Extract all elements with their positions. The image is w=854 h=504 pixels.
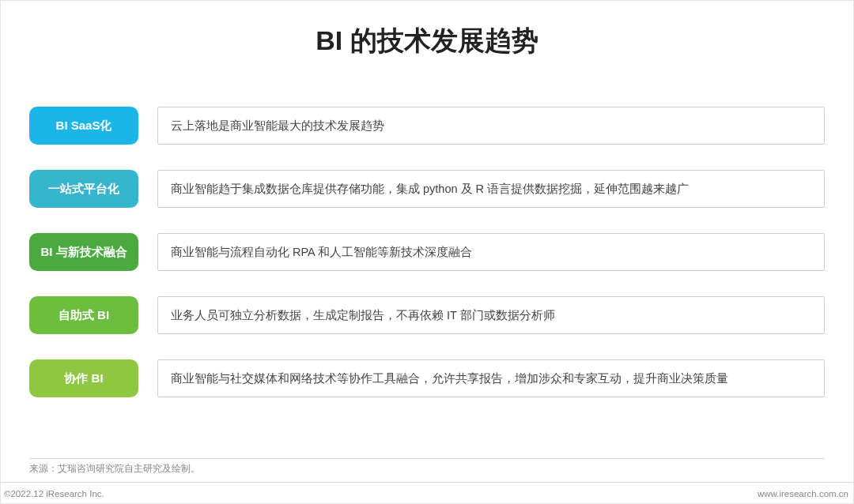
trend-desc: 商业智能与流程自动化 RPA 和人工智能等新技术深度融合 <box>157 233 825 271</box>
copyright-text: ©2022.12 iResearch Inc. <box>4 489 104 498</box>
trend-desc: 商业智能趋于集成数据仓库提供存储功能，集成 python 及 R 语言提供数据挖… <box>157 170 825 208</box>
trend-badge: BI SaaS化 <box>29 107 138 145</box>
trend-badge: 自助式 BI <box>29 296 138 334</box>
trend-desc: 商业智能与社交媒体和网络技术等协作工具融合，允许共享报告，增加涉众和专家互动，提… <box>157 359 825 397</box>
trend-badge: BI 与新技术融合 <box>29 233 138 271</box>
trend-row: 一站式平台化 商业智能趋于集成数据仓库提供存储功能，集成 python 及 R … <box>29 170 825 208</box>
trend-row: BI 与新技术融合 商业智能与流程自动化 RPA 和人工智能等新技术深度融合 <box>29 233 825 271</box>
trend-row: 自助式 BI 业务人员可独立分析数据，生成定制报告，不再依赖 IT 部门或数据分… <box>29 296 825 334</box>
trend-list: BI SaaS化 云上落地是商业智能最大的技术发展趋势 一站式平台化 商业智能趋… <box>29 107 825 397</box>
divider <box>1 482 853 483</box>
divider <box>29 458 825 459</box>
trend-desc: 云上落地是商业智能最大的技术发展趋势 <box>157 107 825 145</box>
site-url: www.iresearch.com.cn <box>758 489 848 498</box>
trend-badge: 协作 BI <box>29 359 138 397</box>
trend-badge: 一站式平台化 <box>29 170 138 208</box>
trend-row: BI SaaS化 云上落地是商业智能最大的技术发展趋势 <box>29 107 825 145</box>
trend-row: 协作 BI 商业智能与社交媒体和网络技术等协作工具融合，允许共享报告，增加涉众和… <box>29 359 825 397</box>
trend-desc: 业务人员可独立分析数据，生成定制报告，不再依赖 IT 部门或数据分析师 <box>157 296 825 334</box>
source-text: 来源：艾瑞咨询研究院自主研究及绘制。 <box>29 463 200 475</box>
page-title: BI 的技术发展趋势 <box>29 23 825 59</box>
